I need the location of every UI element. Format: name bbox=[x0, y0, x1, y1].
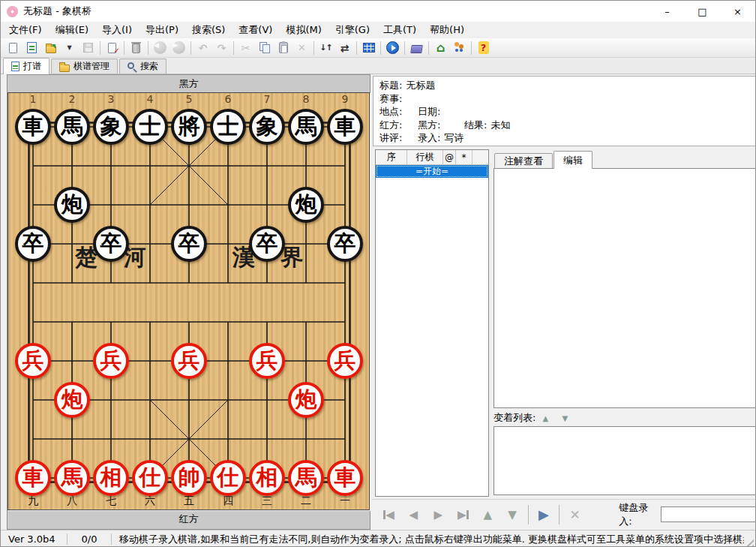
copy-button[interactable] bbox=[255, 39, 274, 56]
move-list-column-header[interactable]: * bbox=[456, 150, 472, 165]
main-content: 黑方 楚 河 漢 界 123456789九八七六五四三二一車馬象士將士象馬車炮炮… bbox=[1, 74, 755, 530]
piece-red-chariot[interactable]: 車 bbox=[327, 460, 363, 496]
nav-prev-button[interactable]: ◀ bbox=[401, 503, 426, 526]
black-side-label: 黑方 bbox=[8, 75, 370, 92]
variation-list[interactable] bbox=[494, 426, 756, 495]
piece-black-soldier[interactable]: 卒 bbox=[171, 226, 207, 262]
remove-button[interactable]: ✕ bbox=[292, 39, 311, 56]
minimize-button[interactable]: – bbox=[650, 1, 685, 22]
menu-export[interactable]: 导出(P) bbox=[139, 22, 185, 38]
piece-black-chariot[interactable]: 車 bbox=[15, 109, 51, 145]
engine-button[interactable] bbox=[407, 39, 426, 56]
piece-black-elephant[interactable]: 象 bbox=[93, 109, 129, 145]
piece-black-cannon[interactable]: 炮 bbox=[288, 187, 324, 223]
autoplay-button[interactable] bbox=[383, 39, 402, 56]
piece-red-soldier[interactable]: 兵 bbox=[249, 343, 285, 379]
nav-next-button[interactable]: ▶ bbox=[426, 503, 451, 526]
menu-tools[interactable]: 工具(T) bbox=[376, 22, 423, 38]
piece-red-horse[interactable]: 馬 bbox=[54, 460, 90, 496]
menu-view[interactable]: 查看(V) bbox=[232, 22, 279, 38]
move-list-row[interactable]: =开始= bbox=[376, 165, 488, 178]
piece-black-soldier[interactable]: 卒 bbox=[15, 226, 51, 262]
version-label: Ver 3.0b4 bbox=[1, 533, 67, 545]
piece-red-horse[interactable]: 馬 bbox=[288, 460, 324, 496]
piece-black-horse[interactable]: 馬 bbox=[288, 109, 324, 145]
nav-last-button[interactable]: ▶ bbox=[451, 503, 476, 526]
move-list-column-header[interactable]: 序 bbox=[376, 150, 407, 165]
piece-red-elephant[interactable]: 相 bbox=[249, 460, 285, 496]
status-bar: Ver 3.0b4 0/0 移动棋子录入棋谱,如果和当前已有走法不同,则自动作为… bbox=[1, 530, 755, 547]
piece-black-chariot[interactable]: 車 bbox=[327, 109, 363, 145]
menu-import[interactable]: 导入(I) bbox=[95, 22, 139, 38]
piece-black-advisor[interactable]: 士 bbox=[210, 109, 246, 145]
nav-delete-button[interactable]: ✕ bbox=[562, 503, 587, 526]
variation-up-icon[interactable]: ▲ bbox=[536, 414, 555, 422]
piece-black-cannon[interactable]: 炮 bbox=[54, 187, 90, 223]
xiangqi-board[interactable]: 楚 河 漢 界 123456789九八七六五四三二一車馬象士將士象馬車炮炮卒卒卒… bbox=[8, 92, 370, 510]
menu-file[interactable]: 文件(F) bbox=[2, 22, 49, 38]
menu-search[interactable]: 搜索(S) bbox=[185, 22, 232, 38]
piece-red-chariot[interactable]: 車 bbox=[15, 460, 51, 496]
piece-red-advisor[interactable]: 仕 bbox=[132, 460, 168, 496]
move-list-column-header[interactable] bbox=[472, 150, 488, 165]
variation-down-icon[interactable]: ▼ bbox=[555, 414, 574, 422]
save-button[interactable] bbox=[79, 39, 98, 56]
piece-red-advisor[interactable]: 仕 bbox=[210, 460, 246, 496]
close-button[interactable]: × bbox=[720, 1, 755, 22]
resize-grip[interactable] bbox=[744, 536, 754, 546]
piece-red-elephant[interactable]: 相 bbox=[93, 460, 129, 496]
help-button[interactable]: ? bbox=[474, 39, 493, 56]
game-list-button[interactable] bbox=[22, 39, 41, 56]
annotation-editor[interactable] bbox=[494, 169, 756, 407]
status-message: 移动棋子录入棋谱,如果和当前已有走法不同,则自动作为变着录入; 点击鼠标右键弹出… bbox=[112, 533, 744, 546]
menu-simulate[interactable]: 模拟(M) bbox=[279, 22, 328, 38]
edit-info-button[interactable]: ✓ bbox=[103, 39, 122, 56]
new-button[interactable] bbox=[4, 39, 22, 56]
piece-black-horse[interactable]: 馬 bbox=[54, 109, 90, 145]
back-button[interactable]: ◀ bbox=[151, 39, 170, 56]
menu-engine[interactable]: 引擎(G) bbox=[328, 22, 376, 38]
move-list-column-header[interactable]: @ bbox=[443, 150, 456, 165]
tab-annotation-view[interactable]: 注解查看 bbox=[494, 153, 553, 168]
board-style-button[interactable] bbox=[359, 39, 378, 56]
open-file-button[interactable] bbox=[41, 39, 60, 56]
move-list-body[interactable]: =开始= bbox=[376, 165, 488, 496]
redo-button[interactable]: ↷ bbox=[212, 39, 231, 56]
tab-search[interactable]: 搜索 bbox=[119, 59, 166, 74]
piece-red-soldier[interactable]: 兵 bbox=[15, 343, 51, 379]
tab-notation[interactable]: 打谱 bbox=[3, 58, 50, 74]
paste-button[interactable] bbox=[274, 39, 292, 56]
piece-red-soldier[interactable]: 兵 bbox=[171, 343, 207, 379]
forward-button[interactable]: ▶ bbox=[170, 39, 188, 56]
flip-board-button[interactable]: ↓↑ bbox=[316, 39, 335, 56]
piece-red-cannon[interactable]: 炮 bbox=[54, 382, 90, 418]
nav-first-button[interactable]: ◀ bbox=[376, 503, 401, 526]
tab-manager[interactable]: 棋谱管理 bbox=[51, 59, 118, 74]
maximize-button[interactable]: □ bbox=[685, 1, 720, 22]
piece-red-soldier[interactable]: 兵 bbox=[327, 343, 363, 379]
piece-black-soldier[interactable]: 卒 bbox=[249, 226, 285, 262]
menu-edit[interactable]: 编辑(E) bbox=[49, 22, 95, 38]
piece-black-soldier[interactable]: 卒 bbox=[93, 226, 129, 262]
community-button[interactable] bbox=[450, 39, 469, 56]
move-list-column-header[interactable]: 行棋 bbox=[407, 150, 443, 165]
undo-button[interactable]: ↶ bbox=[194, 39, 212, 56]
cut-button[interactable]: ✂ bbox=[236, 39, 255, 56]
tab-annotation-edit[interactable]: 编辑 bbox=[554, 151, 592, 169]
swap-sides-button[interactable]: ⇄ bbox=[335, 39, 354, 56]
piece-black-advisor[interactable]: 士 bbox=[132, 109, 168, 145]
delete-game-button[interactable] bbox=[127, 39, 146, 56]
piece-red-general[interactable]: 帥 bbox=[171, 460, 207, 496]
menu-help[interactable]: 帮助(H) bbox=[423, 22, 471, 38]
nav-play-button[interactable]: ▶ bbox=[531, 503, 556, 526]
piece-red-soldier[interactable]: 兵 bbox=[93, 343, 129, 379]
piece-black-general[interactable]: 將 bbox=[171, 109, 207, 145]
keyboard-input[interactable] bbox=[661, 506, 756, 522]
piece-black-soldier[interactable]: 卒 bbox=[327, 226, 363, 262]
nav-up-button[interactable]: ▲ bbox=[476, 503, 500, 526]
piece-black-elephant[interactable]: 象 bbox=[249, 109, 285, 145]
open-dropdown-button[interactable]: ▼ bbox=[60, 39, 79, 56]
homepage-button[interactable]: ⌂ bbox=[431, 39, 450, 56]
nav-down-button[interactable]: ▼ bbox=[500, 503, 525, 526]
piece-red-cannon[interactable]: 炮 bbox=[288, 382, 324, 418]
